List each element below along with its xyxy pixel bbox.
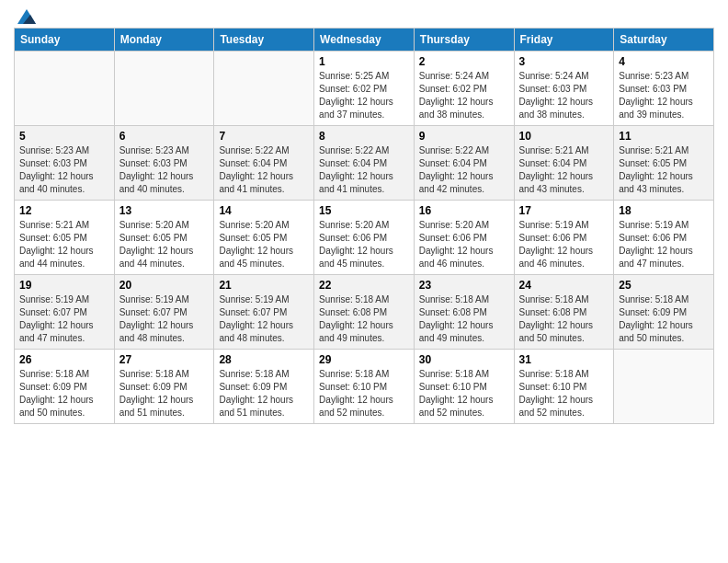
calendar-day: 3Sunrise: 5:24 AM Sunset: 6:03 PM Daylig… [514,52,614,126]
calendar-day: 9Sunrise: 5:22 AM Sunset: 6:04 PM Daylig… [414,126,514,201]
calendar-day: 21Sunrise: 5:19 AM Sunset: 6:07 PM Dayli… [214,275,314,350]
day-info: Sunrise: 5:18 AM Sunset: 6:09 PM Dayligh… [619,293,709,345]
day-info: Sunrise: 5:18 AM Sunset: 6:09 PM Dayligh… [119,368,210,419]
calendar-day: 31Sunrise: 5:18 AM Sunset: 6:10 PM Dayli… [514,350,614,424]
weekday-header-row: SundayMondayTuesdayWednesdayThursdayFrid… [15,29,714,52]
calendar-day [614,350,714,424]
day-info: Sunrise: 5:18 AM Sunset: 6:09 PM Dayligh… [219,368,309,419]
day-info: Sunrise: 5:22 AM Sunset: 6:04 PM Dayligh… [219,144,309,196]
calendar-day: 28Sunrise: 5:18 AM Sunset: 6:09 PM Dayli… [214,350,314,424]
calendar-header: SundayMondayTuesdayWednesdayThursdayFrid… [15,29,714,52]
calendar-day: 11Sunrise: 5:21 AM Sunset: 6:05 PM Dayli… [614,126,714,201]
day-number: 29 [319,353,409,366]
calendar-day: 29Sunrise: 5:18 AM Sunset: 6:10 PM Dayli… [314,350,415,424]
weekday-wednesday: Wednesday [314,29,415,52]
calendar-day: 14Sunrise: 5:20 AM Sunset: 6:05 PM Dayli… [214,201,314,275]
day-number: 10 [519,130,609,143]
day-info: Sunrise: 5:18 AM Sunset: 6:08 PM Dayligh… [419,293,509,345]
day-info: Sunrise: 5:19 AM Sunset: 6:07 PM Dayligh… [219,293,309,345]
calendar-day: 24Sunrise: 5:18 AM Sunset: 6:08 PM Dayli… [514,275,614,350]
day-info: Sunrise: 5:18 AM Sunset: 6:09 PM Dayligh… [19,368,109,419]
day-number: 9 [419,130,509,143]
day-number: 24 [519,279,609,292]
day-number: 5 [19,130,109,143]
day-info: Sunrise: 5:19 AM Sunset: 6:06 PM Dayligh… [619,219,709,270]
day-info: Sunrise: 5:19 AM Sunset: 6:07 PM Dayligh… [119,293,210,345]
calendar-day: 15Sunrise: 5:20 AM Sunset: 6:06 PM Dayli… [314,201,415,275]
day-info: Sunrise: 5:23 AM Sunset: 6:03 PM Dayligh… [119,144,210,196]
day-info: Sunrise: 5:20 AM Sunset: 6:06 PM Dayligh… [419,219,509,270]
day-info: Sunrise: 5:22 AM Sunset: 6:04 PM Dayligh… [319,144,409,196]
calendar-day: 23Sunrise: 5:18 AM Sunset: 6:08 PM Dayli… [414,275,514,350]
calendar-day: 16Sunrise: 5:20 AM Sunset: 6:06 PM Dayli… [414,201,514,275]
day-info: Sunrise: 5:24 AM Sunset: 6:03 PM Dayligh… [519,70,609,121]
logo-icon [17,7,36,26]
calendar-day: 10Sunrise: 5:21 AM Sunset: 6:04 PM Dayli… [514,126,614,201]
calendar-day: 25Sunrise: 5:18 AM Sunset: 6:09 PM Dayli… [614,275,714,350]
calendar-day: 12Sunrise: 5:21 AM Sunset: 6:05 PM Dayli… [15,201,115,275]
calendar-day: 20Sunrise: 5:19 AM Sunset: 6:07 PM Dayli… [114,275,214,350]
day-number: 28 [219,353,309,366]
calendar-day [114,52,214,126]
day-info: Sunrise: 5:21 AM Sunset: 6:05 PM Dayligh… [19,219,109,270]
calendar-day: 1Sunrise: 5:25 AM Sunset: 6:02 PM Daylig… [314,52,415,126]
day-number: 17 [519,204,609,217]
day-number: 26 [19,353,109,366]
day-number: 23 [419,279,509,292]
calendar-week-3: 12Sunrise: 5:21 AM Sunset: 6:05 PM Dayli… [15,201,714,275]
calendar-week-5: 26Sunrise: 5:18 AM Sunset: 6:09 PM Dayli… [15,350,714,424]
calendar-week-1: 1Sunrise: 5:25 AM Sunset: 6:02 PM Daylig… [15,52,714,126]
day-number: 18 [619,204,709,217]
day-number: 22 [319,279,409,292]
day-number: 6 [119,130,210,143]
calendar-day: 7Sunrise: 5:22 AM Sunset: 6:04 PM Daylig… [214,126,314,201]
day-number: 12 [19,204,109,217]
calendar-day [15,52,115,126]
day-number: 4 [619,55,709,68]
day-number: 7 [219,130,309,143]
day-number: 2 [419,55,509,68]
day-number: 8 [319,130,409,143]
day-number: 31 [519,353,609,366]
calendar-day: 22Sunrise: 5:18 AM Sunset: 6:08 PM Dayli… [314,275,415,350]
calendar-day: 26Sunrise: 5:18 AM Sunset: 6:09 PM Dayli… [15,350,115,424]
day-info: Sunrise: 5:23 AM Sunset: 6:03 PM Dayligh… [619,70,709,121]
day-info: Sunrise: 5:20 AM Sunset: 6:05 PM Dayligh… [219,219,309,270]
calendar-day: 30Sunrise: 5:18 AM Sunset: 6:10 PM Dayli… [414,350,514,424]
calendar-day [214,52,314,126]
day-info: Sunrise: 5:22 AM Sunset: 6:04 PM Dayligh… [419,144,509,196]
day-number: 14 [219,204,309,217]
day-number: 1 [319,55,409,68]
day-info: Sunrise: 5:18 AM Sunset: 6:10 PM Dayligh… [519,368,609,419]
day-info: Sunrise: 5:19 AM Sunset: 6:06 PM Dayligh… [519,219,609,270]
page-container: SundayMondayTuesdayWednesdayThursdayFrid… [0,0,728,433]
calendar-day: 4Sunrise: 5:23 AM Sunset: 6:03 PM Daylig… [614,52,714,126]
day-info: Sunrise: 5:18 AM Sunset: 6:08 PM Dayligh… [319,293,409,345]
day-number: 20 [119,279,210,292]
weekday-friday: Friday [514,29,614,52]
weekday-thursday: Thursday [414,29,514,52]
day-info: Sunrise: 5:25 AM Sunset: 6:02 PM Dayligh… [319,70,409,121]
logo-line [14,9,36,26]
day-number: 19 [19,279,109,292]
day-number: 21 [219,279,309,292]
calendar-day: 19Sunrise: 5:19 AM Sunset: 6:07 PM Dayli… [15,275,115,350]
day-info: Sunrise: 5:20 AM Sunset: 6:06 PM Dayligh… [319,219,409,270]
day-info: Sunrise: 5:19 AM Sunset: 6:07 PM Dayligh… [19,293,109,345]
weekday-sunday: Sunday [15,29,115,52]
day-number: 13 [119,204,210,217]
weekday-tuesday: Tuesday [214,29,314,52]
day-info: Sunrise: 5:24 AM Sunset: 6:02 PM Dayligh… [419,70,509,121]
calendar-table: SundayMondayTuesdayWednesdayThursdayFrid… [14,28,714,424]
day-number: 11 [619,130,709,143]
calendar-day: 2Sunrise: 5:24 AM Sunset: 6:02 PM Daylig… [414,52,514,126]
weekday-monday: Monday [114,29,214,52]
day-info: Sunrise: 5:18 AM Sunset: 6:10 PM Dayligh… [319,368,409,419]
calendar-day: 17Sunrise: 5:19 AM Sunset: 6:06 PM Dayli… [514,201,614,275]
calendar-day: 5Sunrise: 5:23 AM Sunset: 6:03 PM Daylig… [15,126,115,201]
day-info: Sunrise: 5:21 AM Sunset: 6:04 PM Dayligh… [519,144,609,196]
day-info: Sunrise: 5:18 AM Sunset: 6:08 PM Dayligh… [519,293,609,345]
day-number: 3 [519,55,609,68]
calendar-week-4: 19Sunrise: 5:19 AM Sunset: 6:07 PM Dayli… [15,275,714,350]
logo [14,9,36,22]
